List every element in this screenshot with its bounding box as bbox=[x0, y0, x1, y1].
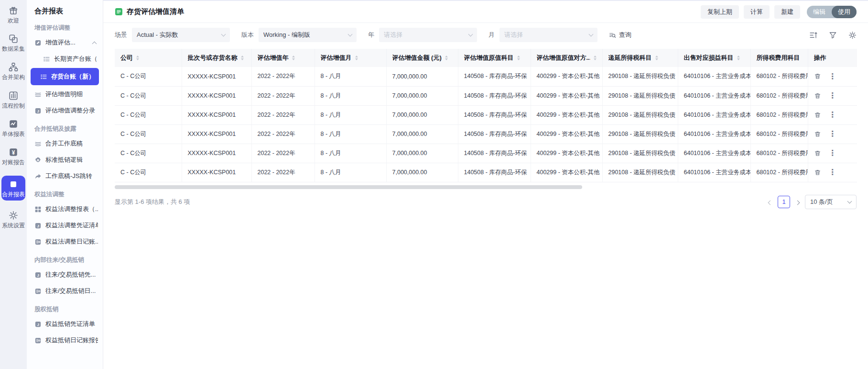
query-button[interactable]: 查询 bbox=[609, 31, 631, 39]
sidebar-item[interactable]: 权益法调整日记账... bbox=[27, 234, 103, 250]
delete-icon[interactable] bbox=[814, 112, 821, 119]
header-actions: 复制上期计算新建 编辑 使用 bbox=[701, 5, 857, 19]
column-header-label: 评估增值金额 (元) bbox=[392, 54, 442, 62]
sort-icon[interactable] bbox=[737, 56, 740, 60]
column-header-评估增值金额 (元)[interactable]: 评估增值金额 (元) bbox=[386, 49, 458, 67]
column-header-批次号或存货名称[interactable]: 批次号或存货名称 bbox=[182, 49, 251, 67]
table-cell: 8 - 八月 bbox=[315, 67, 386, 86]
collapse-caret-icon[interactable] bbox=[92, 41, 97, 46]
sitemap-icon bbox=[9, 62, 18, 72]
scenario-select[interactable]: Actual - 实际数 bbox=[132, 28, 230, 42]
sidebar-item[interactable]: 标准抵销逻辑 bbox=[27, 152, 103, 168]
sidebar-item[interactable]: 评估增值明细 bbox=[27, 86, 103, 102]
table-cell: 290108 - 递延所得税负债 bbox=[602, 124, 678, 144]
column-header-评估增值月[interactable]: 评估增值月 bbox=[315, 49, 386, 67]
rail-item-consolidated-reports[interactable]: 合并报表 bbox=[1, 176, 25, 201]
year-select-value: 请选择 bbox=[384, 31, 466, 39]
rail-item-entity-reports[interactable]: 单体报表 bbox=[1, 119, 25, 137]
row-height-icon[interactable] bbox=[809, 31, 817, 39]
calculate-button[interactable]: 计算 bbox=[744, 5, 770, 19]
table-row: C - C公司XXXXX-KCSP0012022 - 2022年8 - 八月7,… bbox=[115, 144, 857, 163]
sidebar-item[interactable]: 权益抵销日记账报告 bbox=[27, 332, 103, 348]
table-cell: 680102 - 所得税费用 bbox=[750, 144, 808, 163]
rail-item-welcome[interactable]: 欢迎 bbox=[1, 6, 25, 24]
sidebar-item[interactable]: J权益法调整凭证清单 bbox=[27, 217, 103, 234]
create-new-button[interactable]: 新建 bbox=[774, 5, 800, 19]
column-header-公司[interactable]: 公司 bbox=[115, 49, 182, 67]
sidebar-item[interactable]: J权益抵销凭证清单 bbox=[27, 316, 103, 332]
table-cell: 2022 - 2022年 bbox=[251, 144, 315, 163]
header-buttons: 复制上期计算新建 bbox=[701, 5, 800, 19]
delete-icon[interactable] bbox=[814, 150, 821, 157]
horizontal-scrollbar-thumb[interactable] bbox=[115, 185, 582, 189]
sort-icon[interactable] bbox=[594, 56, 597, 60]
rail-item-system-settings[interactable]: 系统设置 bbox=[1, 211, 25, 229]
delete-icon[interactable] bbox=[814, 169, 821, 176]
kebab-menu-icon[interactable]: ⋮ bbox=[829, 149, 836, 157]
sort-icon[interactable] bbox=[355, 56, 358, 60]
version-select-value: Working - 编制版 bbox=[263, 31, 346, 39]
delete-icon[interactable] bbox=[814, 92, 821, 100]
table-cell: XXXXX-KCSP001 bbox=[182, 124, 251, 144]
sidebar-item[interactable]: 长期资产台账（... bbox=[27, 51, 103, 67]
column-header-递延所得税科目[interactable]: 递延所得税科目 bbox=[602, 49, 678, 67]
filter-funnel-icon[interactable] bbox=[829, 31, 837, 39]
page-number-1[interactable]: 1 bbox=[778, 196, 790, 208]
rail-item-data-collection[interactable]: 数据采集 bbox=[1, 34, 25, 52]
kebab-menu-icon[interactable]: ⋮ bbox=[829, 168, 836, 176]
sort-icon[interactable] bbox=[445, 56, 448, 60]
sort-icon[interactable] bbox=[292, 56, 295, 60]
year-select[interactable]: 请选择 bbox=[379, 28, 477, 42]
copy-prior-period-button[interactable]: 复制上期 bbox=[701, 5, 739, 19]
rail-item-label: 合并架构 bbox=[2, 74, 25, 80]
svg-text:J: J bbox=[37, 109, 39, 113]
gift-icon bbox=[9, 6, 18, 15]
delete-icon[interactable] bbox=[814, 73, 821, 80]
kebab-menu-icon[interactable]: ⋮ bbox=[829, 92, 836, 100]
horizontal-scrollbar bbox=[115, 185, 857, 189]
month-select-value: 请选择 bbox=[504, 31, 586, 39]
sort-icon[interactable] bbox=[136, 56, 139, 60]
version-select[interactable]: Working - 编制版 bbox=[259, 28, 357, 42]
kebab-menu-icon[interactable]: ⋮ bbox=[829, 73, 836, 80]
sidebar-title: 合并报表 bbox=[27, 0, 103, 18]
sidebar-item[interactable]: 往来/交易抵销日... bbox=[27, 283, 103, 299]
mode-edit-button[interactable]: 编辑 bbox=[807, 6, 832, 18]
delete-icon[interactable] bbox=[814, 131, 821, 138]
sidebar-item-label: 工作底稿-JS跳转 bbox=[45, 172, 92, 180]
sidebar: 合并报表 增值评估调整增值评估...长期资产台账（...存货台账（新）评估增值明… bbox=[27, 0, 103, 369]
filter-label-scenario: 场景 bbox=[115, 31, 127, 39]
sidebar-item[interactable]: 权益法调整报表（... bbox=[27, 201, 103, 217]
column-header-评估增值原值科目[interactable]: 评估增值原值科目 bbox=[458, 49, 531, 67]
main-content: 存货评估增值清单 复制上期计算新建 编辑 使用 场景Actual - 实际数版本… bbox=[103, 0, 868, 369]
sidebar-item[interactable]: 存货台账（新） bbox=[31, 68, 99, 85]
mode-use-button[interactable]: 使用 bbox=[832, 6, 857, 18]
sort-icon[interactable] bbox=[655, 56, 658, 60]
sidebar-item[interactable]: J往来/交易抵销凭... bbox=[27, 267, 103, 283]
next-page-button[interactable] bbox=[796, 198, 799, 206]
settings-gear-icon[interactable] bbox=[848, 31, 857, 39]
kebab-menu-icon[interactable]: ⋮ bbox=[829, 130, 836, 138]
table-cell: 140508 - 库存商品-环保 bbox=[458, 86, 531, 105]
column-header-出售对应损益科目[interactable]: 出售对应损益科目 bbox=[678, 49, 750, 67]
column-header-label: 评估增值原值对方... bbox=[537, 54, 590, 62]
prev-page-button[interactable] bbox=[769, 198, 772, 206]
sort-icon[interactable] bbox=[241, 56, 244, 60]
sidebar-item-label: 标准抵销逻辑 bbox=[45, 156, 83, 164]
rail-item-process-control[interactable]: 流程控制 bbox=[1, 91, 25, 109]
month-select[interactable]: 请选择 bbox=[499, 28, 597, 42]
table-cell: 7,000,000.00 bbox=[386, 105, 458, 124]
column-header-评估增值年[interactable]: 评估增值年 bbox=[251, 49, 315, 67]
sidebar-item[interactable]: J评估增值调整分录 bbox=[27, 102, 103, 119]
sidebar-item[interactable]: 工作底稿-JS跳转 bbox=[27, 168, 103, 184]
kebab-menu-icon[interactable]: ⋮ bbox=[829, 111, 836, 119]
page-size-select[interactable]: 10 条/页 bbox=[805, 195, 857, 209]
sidebar-item[interactable]: 增值评估... bbox=[27, 34, 103, 51]
rail-item-reconciliation-report[interactable]: ¥对账报告 bbox=[1, 147, 25, 166]
mode-toggle: 编辑 使用 bbox=[807, 6, 857, 18]
table-footer: 显示第 1-6 项结果，共 6 项 1 10 条/页 bbox=[103, 189, 868, 209]
sort-icon[interactable] bbox=[517, 56, 520, 60]
sidebar-item[interactable]: 合并工作底稿 bbox=[27, 135, 103, 152]
rail-item-consolidation-structure[interactable]: 合并架构 bbox=[1, 62, 25, 80]
column-header-评估增值原值对方...[interactable]: 评估增值原值对方... bbox=[531, 49, 602, 67]
